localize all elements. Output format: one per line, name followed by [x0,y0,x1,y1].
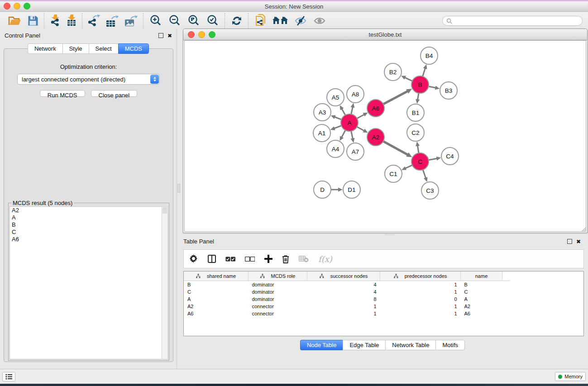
home-icon[interactable] [272,15,288,26]
memory-button[interactable]: Memory [555,372,586,381]
network-minimize-button[interactable] [198,31,205,38]
table-cell[interactable]: dominator [249,288,307,295]
mcds-result-item[interactable]: A2 [10,207,162,214]
export-image-icon[interactable] [125,14,138,27]
table-cell[interactable]: B [184,281,249,289]
tab-mcds[interactable]: MCDS [118,43,149,54]
import-network-icon[interactable] [50,14,60,27]
new-network-from-selection-icon[interactable] [254,14,266,28]
table-settings-gear-icon[interactable] [189,254,198,263]
table-cell[interactable]: 1 [307,310,380,317]
table-cell[interactable]: A2 [184,303,249,310]
edge-B-B2[interactable] [404,77,413,81]
table-cell[interactable]: C [461,288,502,295]
mcds-result-list[interactable]: A2ABCA6 [10,206,163,359]
edge-A-A7[interactable] [351,130,353,139]
network-window-titlebar[interactable]: testGlobe.txt [183,29,587,40]
column-header-MCDS-role[interactable]: MCDS role [249,272,307,281]
open-session-icon[interactable] [8,15,21,26]
show-panels-eye-icon[interactable] [313,15,326,26]
tab-network-table[interactable]: Network Table [385,340,435,350]
tab-node-table[interactable]: Node Table [300,340,343,350]
deselect-all-icon[interactable] [245,257,255,262]
network-window-controls[interactable] [188,31,215,38]
refresh-icon[interactable] [231,15,243,27]
zoom-out-icon[interactable] [168,14,181,27]
network-graph[interactable]: B4B2BB3A5A8A6B1A3AC2A1A2A4A7C4CC1C3DD1 [185,41,586,232]
tab-select[interactable]: Select [89,43,118,54]
column-header-successor-nodes[interactable]: successor nodes [307,272,380,281]
import-table-icon[interactable] [67,14,76,27]
mcds-result-item[interactable]: C [10,229,162,236]
run-mcds-button[interactable]: Run MCDS [40,90,85,97]
float-panel-icon[interactable] [158,33,163,38]
close-panel-button[interactable]: Close panel [91,90,138,97]
select-all-icon[interactable] [225,257,235,262]
export-network-icon[interactable] [88,14,100,27]
table-cell[interactable]: 1 [307,303,380,310]
resize-grip-icon[interactable] [580,226,587,232]
table-cell[interactable]: 1 [380,281,461,289]
zoom-window-button[interactable] [24,3,30,10]
split-gripper-vertical[interactable] [177,184,180,193]
table-row[interactable]: Cdominator41C [184,288,510,295]
mcds-result-item[interactable]: A [10,214,162,221]
task-history-button[interactable] [2,372,15,381]
edge-A-A4[interactable] [341,129,346,138]
hide-panels-eye-icon[interactable] [294,15,307,26]
table-cell[interactable]: A2 [461,303,502,310]
table-cell[interactable]: A6 [184,310,249,317]
mcds-result-item[interactable]: A6 [10,236,162,243]
table-cell[interactable]: 8 [307,295,380,303]
table-cell[interactable]: 0 [380,295,461,303]
tab-style[interactable]: Style [62,43,89,54]
show-column-icon[interactable] [208,255,216,263]
window-controls[interactable] [4,3,30,10]
edge-B-B4[interactable] [422,68,425,77]
edge-A-A6[interactable] [356,114,365,119]
table-cell[interactable]: C [184,288,249,295]
node-table[interactable]: shared nameMCDS rolesuccessor nodesprede… [183,271,584,336]
table-float-icon[interactable] [567,239,572,244]
close-window-button[interactable] [4,3,10,10]
delete-column-trash-icon[interactable] [282,255,289,263]
table-row[interactable]: A2connector11A2 [184,303,510,310]
table-cell[interactable]: connector [249,310,307,317]
table-cell[interactable]: A6 [461,310,502,317]
tab-motifs[interactable]: Motifs [435,340,465,350]
edge-C-C4[interactable] [428,158,438,160]
table-cell[interactable]: dominator [249,295,307,303]
network-close-button[interactable] [188,31,195,38]
zoom-in-icon[interactable] [149,14,162,27]
table-cell[interactable]: 1 [380,288,461,295]
table-cell[interactable]: B [461,281,502,289]
result-scrollbar[interactable] [162,206,168,359]
delete-table-icon[interactable] [299,255,309,262]
table-cell[interactable]: connector [249,303,307,310]
save-session-icon[interactable] [28,15,38,26]
export-table-icon[interactable] [106,14,119,27]
zoom-selected-icon[interactable] [206,14,219,27]
table-cell[interactable]: 1 [380,303,461,310]
table-cell[interactable]: 4 [307,288,380,295]
edge-A-A1[interactable] [334,125,342,129]
mcds-result-item[interactable]: B [10,221,162,229]
criterion-dropdown[interactable]: largest connected component (directed) [17,74,160,85]
network-zoom-button[interactable] [209,31,215,38]
close-panel-icon[interactable]: ✖ [167,33,172,38]
edge-A2-C[interactable] [382,141,408,155]
column-header-predecessor-nodes[interactable]: predecessor nodes [380,272,461,281]
edge-C-C3[interactable] [423,169,426,178]
edge-A-A2[interactable] [356,126,365,131]
zoom-fit-icon[interactable] [187,14,200,27]
search-input[interactable] [452,17,578,24]
table-cell[interactable]: dominator [249,281,307,289]
table-cell[interactable]: 1 [380,310,461,317]
minimize-window-button[interactable] [14,3,20,10]
column-header-shared-name[interactable]: shared name [184,272,249,281]
table-row[interactable]: A6connector11A6 [184,310,510,317]
tab-edge-table[interactable]: Edge Table [343,340,385,350]
table-row[interactable]: Bdominator41B [184,281,510,289]
edge-A6-B[interactable] [382,91,408,105]
table-cell[interactable]: A [184,295,249,303]
